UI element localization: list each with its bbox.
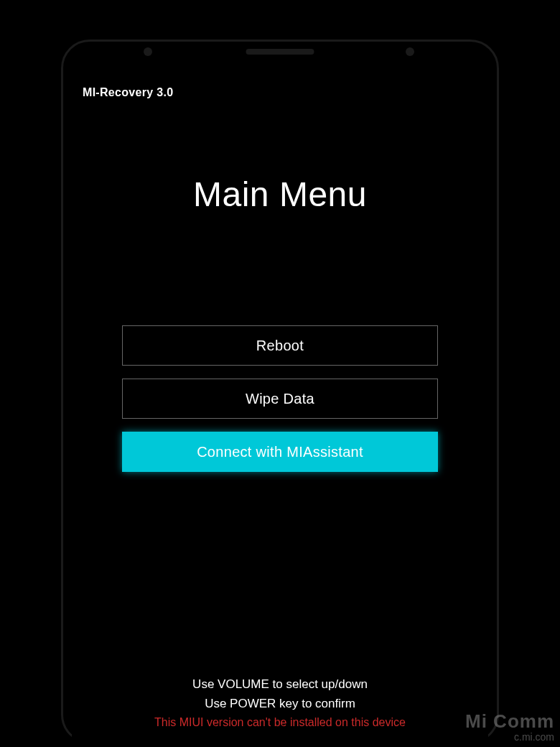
- error-message: This MIUI version can't be installed on …: [90, 716, 470, 729]
- instructions: Use VOLUME to select up/down Use POWER k…: [90, 674, 470, 733]
- wipe-data-button[interactable]: Wipe Data: [122, 379, 438, 419]
- front-camera-left: [144, 47, 152, 56]
- reboot-button[interactable]: Reboot: [122, 325, 438, 366]
- recovery-screen: MI-Recovery 3.0 Main Menu Reboot Wipe Da…: [72, 68, 488, 743]
- connect-miassistant-button[interactable]: Connect with MIAssistant: [122, 432, 438, 472]
- instruction-volume: Use VOLUME to select up/down: [90, 674, 470, 694]
- page-title: Main Menu: [90, 175, 470, 214]
- instruction-power: Use POWER key to confirm: [90, 694, 470, 713]
- watermark-brand: Mi Comm: [465, 710, 554, 733]
- front-camera-right: [406, 47, 414, 56]
- main-menu: Reboot Wipe Data Connect with MIAssistan…: [90, 325, 470, 472]
- watermark: Mi Comm c.mi.com: [465, 710, 554, 743]
- watermark-url: c.mi.com: [465, 731, 554, 743]
- recovery-version-label: MI-Recovery 3.0: [83, 86, 470, 99]
- speaker-slot: [246, 49, 314, 55]
